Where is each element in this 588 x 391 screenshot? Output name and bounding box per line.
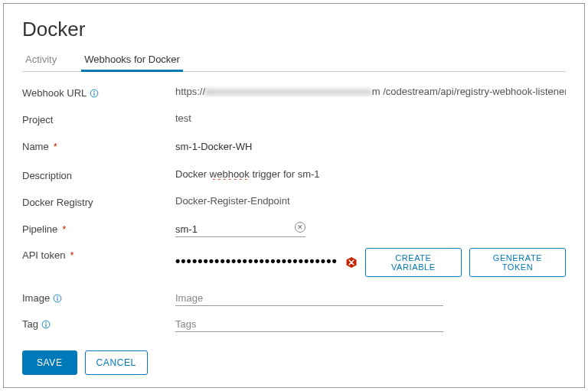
create-variable-button[interactable]: CREATE VARIABLE bbox=[365, 248, 462, 277]
pipeline-input[interactable] bbox=[175, 222, 305, 237]
footer-actions: SAVE CANCEL bbox=[22, 350, 148, 375]
label-name: Name* bbox=[22, 139, 175, 152]
name-value-wrap bbox=[175, 139, 566, 155]
label-tag-text: Tag bbox=[22, 318, 38, 330]
svg-point-1 bbox=[94, 91, 96, 93]
label-description: Description bbox=[22, 168, 175, 181]
tab-activity[interactable]: Activity bbox=[22, 49, 60, 71]
svg-rect-8 bbox=[45, 324, 46, 327]
docker-registry-value: Docker-Register-Endpoint bbox=[175, 195, 566, 207]
label-webhook-url-text: Webhook URL bbox=[22, 87, 87, 99]
desc-pre: Docker bbox=[175, 168, 210, 180]
svg-point-4 bbox=[57, 296, 58, 298]
label-pipeline-text: Pipeline bbox=[22, 223, 57, 235]
page-container: Docker Activity Webhooks for Docker Webh… bbox=[3, 3, 585, 388]
row-name: Name* bbox=[22, 139, 566, 155]
row-project: Project test bbox=[22, 112, 566, 125]
label-image: Image bbox=[22, 291, 175, 304]
error-icon bbox=[345, 256, 358, 269]
label-webhook-url: Webhook URL bbox=[22, 86, 175, 99]
label-api-token: API token* bbox=[22, 248, 175, 261]
clear-icon[interactable]: ✕ bbox=[295, 222, 305, 233]
svg-point-7 bbox=[45, 322, 47, 324]
save-button[interactable]: SAVE bbox=[22, 350, 77, 375]
label-image-text: Image bbox=[22, 292, 50, 304]
tag-input[interactable] bbox=[175, 317, 443, 332]
api-token-wrap: ••••••••••••••••••••••••••••• CREATE VAR… bbox=[175, 248, 566, 277]
pipeline-input-wrap: ✕ bbox=[175, 222, 305, 237]
svg-rect-5 bbox=[57, 298, 58, 301]
webhook-url-value: https://exxxxxxxxxxxxxxxxxxxxxxxxxxxxxxm… bbox=[175, 86, 566, 97]
row-pipeline: Pipeline* ✕ bbox=[22, 222, 566, 237]
row-image: Image bbox=[22, 291, 566, 306]
info-icon[interactable] bbox=[41, 320, 51, 329]
project-value: test bbox=[175, 112, 566, 124]
required-marker: * bbox=[70, 249, 74, 261]
label-docker-registry: Docker Registry bbox=[22, 195, 175, 208]
label-name-text: Name bbox=[22, 141, 49, 152]
required-marker: * bbox=[62, 223, 66, 235]
tag-wrap bbox=[175, 317, 566, 332]
label-project: Project bbox=[22, 112, 175, 125]
generate-token-button[interactable]: GENERATE TOKEN bbox=[469, 248, 566, 277]
image-input[interactable] bbox=[175, 291, 443, 306]
info-icon[interactable] bbox=[53, 294, 62, 303]
row-api-token: API token* •••••••••••••••••••••••••••••… bbox=[22, 248, 566, 277]
desc-spellword: webhook bbox=[210, 168, 250, 180]
pipeline-value-wrap: ✕ bbox=[175, 222, 566, 237]
row-description: Description Docker webhook trigger for s… bbox=[22, 168, 566, 181]
desc-post: trigger for sm-1 bbox=[250, 168, 320, 180]
cancel-button[interactable]: CANCEL bbox=[85, 350, 148, 375]
row-tag: Tag bbox=[22, 317, 566, 332]
label-api-token-text: API token bbox=[22, 249, 65, 261]
row-docker-registry: Docker Registry Docker-Register-Endpoint bbox=[22, 195, 566, 208]
tab-webhooks-for-docker[interactable]: Webhooks for Docker bbox=[81, 49, 183, 71]
label-tag: Tag bbox=[22, 317, 175, 330]
url-prefix: https:// bbox=[175, 86, 205, 97]
name-input[interactable] bbox=[175, 139, 328, 155]
image-wrap bbox=[175, 291, 566, 306]
api-token-masked[interactable]: ••••••••••••••••••••••••••••• bbox=[175, 256, 338, 269]
url-suffix: m /codestream/api/registry-webhook-liste… bbox=[372, 86, 566, 97]
svg-rect-2 bbox=[94, 93, 95, 96]
url-hidden-host: exxxxxxxxxxxxxxxxxxxxxxxxxxxxxx bbox=[205, 86, 372, 97]
description-input[interactable]: Docker webhook trigger for sm-1 bbox=[175, 168, 320, 180]
required-marker: * bbox=[54, 141, 57, 152]
page-title: Docker bbox=[22, 18, 566, 41]
tab-bar: Activity Webhooks for Docker bbox=[22, 49, 566, 72]
label-pipeline: Pipeline* bbox=[22, 222, 175, 235]
info-icon[interactable] bbox=[90, 89, 99, 98]
row-webhook-url: Webhook URL https://exxxxxxxxxxxxxxxxxxx… bbox=[22, 86, 566, 99]
description-wrap: Docker webhook trigger for sm-1 bbox=[175, 168, 566, 180]
